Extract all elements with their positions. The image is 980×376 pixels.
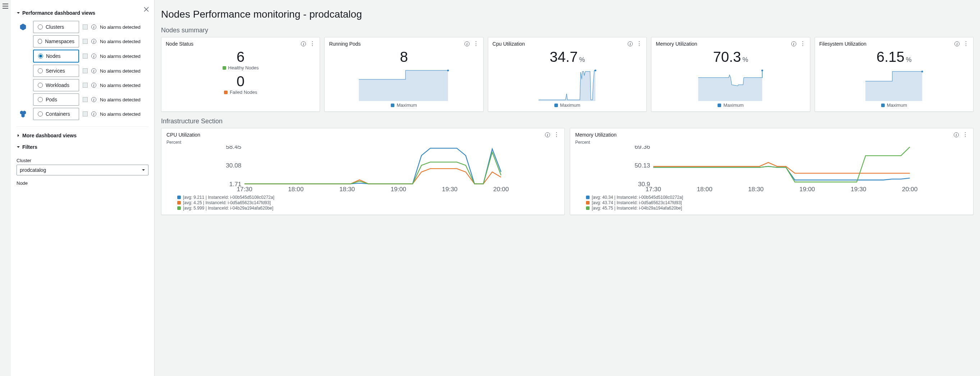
svg-text:20:00: 20:00 <box>902 185 918 192</box>
more-views-header[interactable]: More dashboard views <box>16 130 148 141</box>
menu-icon[interactable]: ⋮ <box>473 41 479 47</box>
tree-row: Namespaces i No alarms detected <box>16 35 148 48</box>
alarm-box <box>83 112 88 116</box>
info-icon[interactable]: i <box>465 41 469 46</box>
info-icon[interactable]: i <box>301 41 306 46</box>
more-views-label: More dashboard views <box>22 133 76 139</box>
caret-right-icon <box>16 134 20 137</box>
tree-row: Clusters i No alarms detected <box>16 21 148 33</box>
svg-point-6 <box>761 70 763 72</box>
svg-text:19:30: 19:30 <box>851 185 866 192</box>
node-label: Node <box>16 180 148 186</box>
radio-icon <box>38 54 43 59</box>
spark-mem <box>656 65 805 101</box>
info-icon[interactable]: i <box>545 132 550 137</box>
info-icon[interactable]: i <box>91 54 96 59</box>
card-title: Running Pods <box>329 41 361 47</box>
alarm-box <box>83 68 88 73</box>
menu-icon[interactable]: ⋮ <box>636 41 642 47</box>
info-icon[interactable]: i <box>791 41 796 46</box>
sidebar-item-containers[interactable]: Containers <box>33 108 79 120</box>
chart-area: 1.7130.0858.4517:3018:0018:3019:0019:302… <box>167 146 559 193</box>
failed-count: 0 <box>166 73 315 89</box>
info-icon[interactable]: i <box>91 68 96 73</box>
svg-text:69.36: 69.36 <box>635 146 650 150</box>
perf-views-label: Performance dashboard views <box>22 10 95 16</box>
card-node-status: Node Status i ⋮ 6 Healthy Nodes 0 Failed… <box>161 37 320 112</box>
main-content: Nodes Performance monitoring - prodcatal… <box>154 0 980 376</box>
tree-row: Pods i No alarms detected <box>16 94 148 106</box>
menu-icon[interactable]: ⋮ <box>963 41 969 47</box>
sidebar-item-label: Clusters <box>46 24 64 30</box>
chart-area: 30.950.1369.3617:3018:0018:3019:0019:302… <box>575 146 968 193</box>
svg-text:18:30: 18:30 <box>748 185 764 192</box>
svg-text:19:00: 19:00 <box>800 185 815 192</box>
card-memory: Memory Utilization i⋮ 70.3% Maximum <box>651 37 810 112</box>
menu-icon[interactable]: ⋮ <box>800 41 806 47</box>
menu-icon[interactable]: ⋮ <box>963 132 968 138</box>
sidebar-item-label: Nodes <box>46 53 60 59</box>
radio-icon <box>38 112 43 116</box>
info-icon[interactable]: i <box>91 97 96 102</box>
chart-card: CPU Utilization i⋮ Percent 1.7130.0858.4… <box>161 128 565 215</box>
sidebar-item-label: Containers <box>46 111 70 117</box>
caret-down-icon <box>16 11 20 15</box>
caret-down-icon <box>16 145 20 149</box>
cluster-select[interactable]: prodcatalog <box>16 165 148 175</box>
info-icon[interactable]: i <box>954 132 959 137</box>
sidebar-item-services[interactable]: Services <box>33 65 79 77</box>
svg-text:58.45: 58.45 <box>226 146 241 150</box>
menu-icon[interactable]: ⋮ <box>554 132 559 138</box>
sidebar-item-label: Services <box>46 68 65 74</box>
hamburger-menu[interactable] <box>0 0 11 376</box>
chart-card: Memory Utilization i⋮ Percent 30.950.136… <box>570 128 974 215</box>
radio-icon <box>38 24 43 29</box>
info-icon[interactable]: i <box>91 112 96 116</box>
alarm-box <box>83 83 88 88</box>
svg-text:19:00: 19:00 <box>391 185 406 192</box>
info-icon[interactable]: i <box>91 83 96 88</box>
healthy-count: 6 <box>166 49 315 65</box>
sidebar-item-pods[interactable]: Pods <box>33 94 79 106</box>
info-icon[interactable]: i <box>628 41 633 46</box>
sidebar-item-workloads[interactable]: Workloads <box>33 79 79 91</box>
cluster-value: prodcatalog <box>20 167 46 173</box>
info-icon[interactable]: i <box>955 41 959 46</box>
spark-pods <box>329 65 479 101</box>
alarm-text: No alarms detected <box>100 68 140 74</box>
alarm-text: No alarms detected <box>100 97 140 102</box>
alarm-box <box>83 54 88 59</box>
sidebar-item-namespaces[interactable]: Namespaces <box>33 35 79 48</box>
alarm-text: No alarms detected <box>100 83 140 88</box>
filters-label: Filters <box>22 144 37 150</box>
radio-icon <box>38 39 42 44</box>
spark-fs <box>819 65 969 101</box>
sidebar: Performance dashboard views Clusters i N… <box>11 0 154 376</box>
perf-views-header[interactable]: Performance dashboard views <box>16 7 148 19</box>
chart-title: CPU Utilization <box>167 132 200 138</box>
alarm-text: No alarms detected <box>100 54 140 59</box>
sidebar-item-clusters[interactable]: Clusters <box>33 21 79 33</box>
mem-value: 70.3% <box>656 49 805 65</box>
card-title: Cpu Utilization <box>493 41 525 47</box>
svg-text:20:00: 20:00 <box>493 185 509 192</box>
close-icon[interactable] <box>143 6 149 13</box>
spark-cpu <box>493 65 642 101</box>
tree-row: Nodes i No alarms detected <box>16 49 148 62</box>
svg-text:19:30: 19:30 <box>442 185 457 192</box>
sidebar-item-nodes[interactable]: Nodes <box>33 49 79 62</box>
info-icon[interactable]: i <box>91 39 96 44</box>
cluster-label: Cluster <box>16 158 148 163</box>
menu-icon[interactable]: ⋮ <box>310 41 315 47</box>
svg-point-5 <box>595 70 597 72</box>
sidebar-item-label: Workloads <box>46 82 69 88</box>
svg-text:18:30: 18:30 <box>339 185 355 192</box>
svg-point-4 <box>447 70 449 72</box>
svg-text:30.08: 30.08 <box>226 162 241 169</box>
card-title: Memory Utilization <box>656 41 697 47</box>
sidebar-item-label: Namespaces <box>45 38 75 44</box>
chart-legend: [avg: 40.34 | InstanceId: i-00b545d5108c… <box>575 195 968 211</box>
info-icon[interactable]: i <box>91 24 96 29</box>
filters-header[interactable]: Filters <box>16 141 148 153</box>
alarm-box <box>83 97 88 102</box>
